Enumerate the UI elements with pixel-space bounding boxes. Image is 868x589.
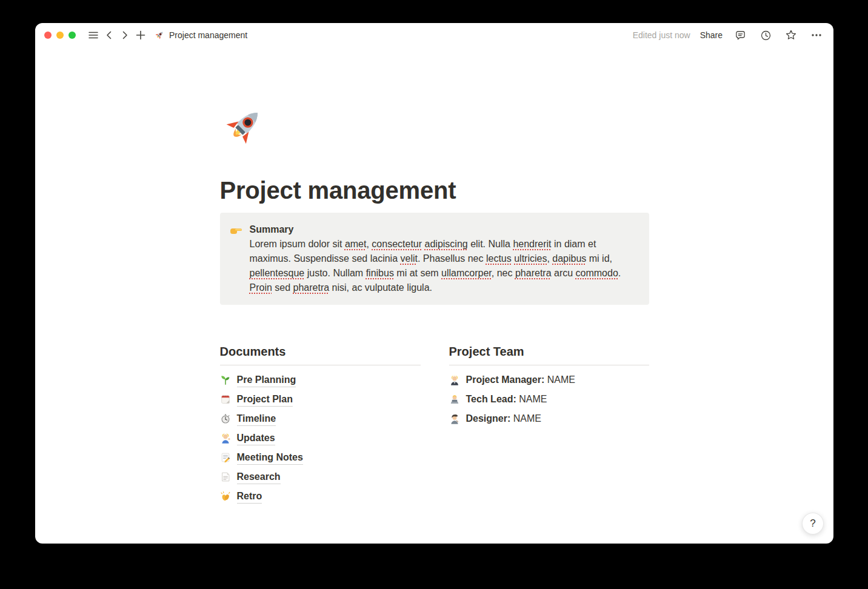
spiral-calendar-icon (220, 394, 232, 405)
document-link[interactable]: Meeting Notes (220, 448, 421, 467)
team-member-row: Project Manager: NAME (449, 370, 649, 390)
page-history-button[interactable] (758, 27, 773, 43)
man-technologist-icon (449, 394, 461, 405)
page-scroll-area: Project management Summary Lorem ipsum d… (35, 47, 833, 544)
summary-heading: Summary (250, 222, 639, 237)
document-link-label: Timeline (237, 412, 276, 426)
document-link-label: Updates (237, 431, 275, 445)
document-link-label: Project Plan (237, 393, 293, 407)
document-link[interactable]: Research (220, 467, 421, 487)
misspelled-word: ullamcorper (441, 268, 492, 278)
misspelled-word: finibus (366, 268, 394, 278)
team-member-role: Designer: (466, 413, 511, 424)
documents-column: Documents Pre Planning Project Plan Time… (220, 344, 421, 506)
woman-tipping-hand-icon (220, 433, 232, 444)
bookmark-tabs-icon (220, 471, 232, 482)
document-link-label: Pre Planning (237, 373, 296, 387)
rocket-icon[interactable] (220, 103, 267, 150)
rocket-icon (153, 30, 165, 41)
edited-status: Edited just now (633, 30, 690, 40)
breadcrumb-page-title: Project management (169, 30, 247, 40)
misspelled-word: pharetra (515, 268, 552, 278)
traffic-lights (44, 32, 76, 39)
misspelled-word: lectus (486, 253, 512, 264)
man-artist-icon (449, 413, 461, 424)
page-content: Project management Summary Lorem ipsum d… (220, 47, 649, 506)
team-heading: Project Team (449, 344, 649, 359)
favorite-button[interactable] (783, 27, 799, 43)
misspelled-word: pellentesque (250, 268, 305, 278)
forward-button[interactable] (117, 27, 133, 43)
page-title[interactable]: Project management (220, 177, 649, 204)
misspelled-word: velit (401, 253, 418, 264)
team-member-text: Project Manager: NAME (466, 374, 576, 385)
history-clock-icon (760, 30, 772, 41)
team-list: Project Manager: NAME Tech Lead: NAME De… (449, 370, 649, 428)
new-page-button[interactable] (133, 27, 149, 43)
document-link-label: Retro (237, 490, 262, 504)
document-link[interactable]: Project Plan (220, 390, 421, 409)
document-link-label: Meeting Notes (237, 451, 303, 465)
misspelled-word: commodo (576, 268, 618, 278)
divider (449, 365, 649, 365)
team-member-row: Tech Lead: NAME (449, 390, 649, 409)
document-link[interactable]: Updates (220, 428, 421, 448)
titlebar: Project management Edited just now Share (35, 23, 833, 47)
plus-icon (135, 30, 146, 41)
two-column-section: Documents Pre Planning Project Plan Time… (220, 344, 649, 506)
team-member-text: Designer: NAME (466, 413, 541, 424)
team-member-name: NAME (519, 394, 547, 404)
ellipsis-icon (810, 29, 823, 41)
document-link[interactable]: Timeline (220, 409, 421, 428)
summary-paragraph: Lorem ipsum dolor sit amet, consectetur … (250, 237, 639, 295)
misspelled-word: Proin (250, 282, 272, 293)
clapping-hands-icon (220, 491, 232, 502)
team-member-text: Tech Lead: NAME (466, 394, 547, 405)
misspelled-word: dapibus (552, 253, 586, 264)
team-column: Project Team Project Manager: NAME Tech … (449, 344, 649, 506)
star-icon (785, 29, 797, 41)
divider (220, 365, 421, 365)
chevron-left-icon (104, 30, 115, 41)
misspelled-word: amet (345, 239, 367, 249)
share-button[interactable]: Share (700, 30, 723, 40)
more-options-button[interactable] (809, 27, 824, 43)
titlebar-actions: Edited just now Share (633, 27, 824, 43)
misspelled-word: pharetra (293, 282, 330, 293)
sidebar-toggle-button[interactable] (85, 27, 101, 43)
woman-office-worker-icon (449, 374, 461, 385)
minimize-window-button[interactable] (56, 32, 64, 39)
memo-icon (220, 452, 232, 463)
misspelled-word: adipiscing (425, 239, 468, 249)
misspelled-word: consectetur (372, 239, 422, 249)
zoom-window-button[interactable] (68, 32, 76, 39)
chevron-right-icon (119, 30, 130, 41)
comments-button[interactable] (732, 27, 748, 43)
documents-list: Pre Planning Project Plan Timeline Updat… (220, 370, 421, 506)
misspelled-word: hendrerit (513, 239, 551, 249)
misspelled-word: ultricies (514, 253, 547, 264)
close-window-button[interactable] (44, 32, 52, 39)
pointing-right-icon (230, 222, 243, 295)
back-button[interactable] (101, 27, 117, 43)
app-window: Project management Edited just now Share (35, 23, 833, 544)
breadcrumb[interactable]: Project management (153, 30, 247, 41)
hamburger-menu-icon (88, 30, 99, 41)
summary-callout[interactable]: Summary Lorem ipsum dolor sit amet, cons… (220, 213, 649, 305)
document-link[interactable]: Pre Planning (220, 370, 421, 390)
team-member-row: Designer: NAME (449, 409, 649, 428)
document-link-label: Research (237, 470, 281, 484)
team-member-role: Tech Lead: (466, 394, 516, 404)
team-member-name: NAME (547, 374, 575, 385)
document-link[interactable]: Retro (220, 487, 421, 506)
help-button[interactable]: ? (802, 513, 824, 534)
comment-icon (735, 30, 746, 41)
documents-heading: Documents (220, 344, 421, 359)
stopwatch-icon (220, 413, 232, 424)
team-member-name: NAME (513, 413, 541, 424)
seedling-icon (220, 374, 232, 385)
team-member-role: Project Manager: (466, 374, 545, 385)
callout-body: Summary Lorem ipsum dolor sit amet, cons… (250, 222, 639, 295)
